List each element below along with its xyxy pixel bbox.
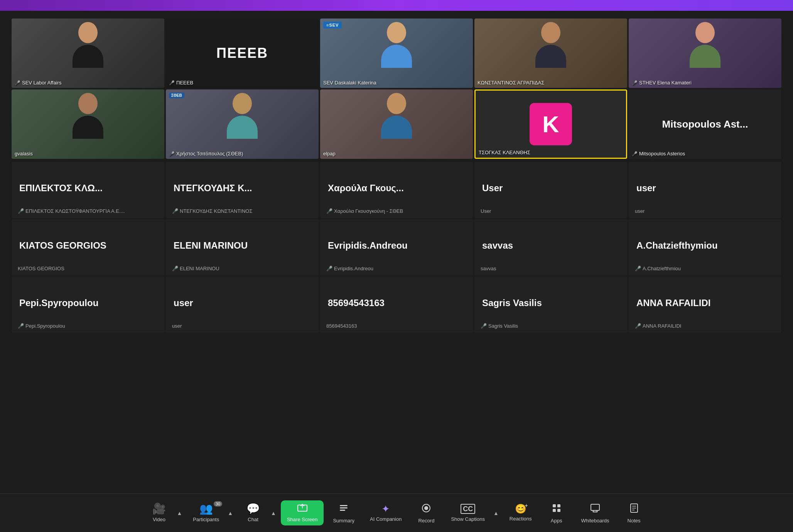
- share-screen-icon: [297, 503, 308, 514]
- apps-icon: [551, 503, 562, 515]
- savvas-sublabel: savvas: [481, 266, 496, 271]
- chat-label: Chat: [248, 517, 258, 522]
- tile-mitsopoulos[interactable]: Mitsopoulos Ast... 🎤 Mitsopoulos Asterio…: [629, 89, 781, 159]
- share-screen-button[interactable]: Share Screen: [281, 500, 324, 525]
- tile-phone[interactable]: 85694543163 85694543163: [320, 277, 473, 333]
- tile-peeev[interactable]: ΠΕΕΕΒ 🎤 ΠΕΕΕΒ: [166, 19, 319, 88]
- svg-rect-9: [557, 509, 560, 512]
- mic-icon: 🎤: [169, 151, 175, 157]
- tsogkas-avatar: K: [530, 103, 572, 145]
- xaroula-name: Χαρούλα Γκους...: [328, 183, 465, 194]
- epilektos-name: ΕΠΙΛΕΚΤΟΣ ΚΛΩ...: [19, 183, 157, 194]
- whiteboards-label: Whiteboards: [581, 518, 609, 524]
- captions-chevron[interactable]: ▲: [492, 508, 500, 518]
- mic-icon: 🎤: [18, 323, 24, 329]
- participants-group: 30 👥 Participants ▲: [187, 500, 235, 525]
- mitsopoulos-name: Mitsopoulos Ast...: [662, 118, 748, 130]
- text-tiles-grid: ΕΠΙΛΕΚΤΟΣ ΚΛΩ... 🎤 ΕΠΙΛΕΚΤΟΣ ΚΛΩΣΤΟΫΦΑΝΤ…: [12, 162, 781, 333]
- tile-label-tsogkas: ΤΣΟΓΚΑΣ ΚΛΕΑΝΘΗΣ: [479, 150, 530, 155]
- tile-xristos[interactable]: ΣΘΕΒ 🎤 Χρήστος Τσιτόπουλος (ΣΘΕΒ): [166, 89, 319, 159]
- ai-companion-icon: ✦: [381, 504, 390, 514]
- main-area: 🎤 SEV Labor Affairs ΠΕΕΕΒ 🎤 ΠΕΕΕΒ ≡SEV S: [0, 11, 793, 493]
- tile-eleni[interactable]: ELENI MARINOU 🎤 ELENI MARINOU: [166, 219, 319, 275]
- whiteboards-button[interactable]: Whiteboards: [575, 500, 616, 527]
- kiatos-name: KIATOS GEORGIOS: [19, 240, 157, 251]
- pepi-sublabel: 🎤 Pepi.Spyropoulou: [18, 323, 65, 329]
- tile-user3[interactable]: user user: [166, 277, 319, 333]
- peeev-text: ΠΕΕΕΒ: [216, 45, 268, 61]
- tile-chatziefthymiou[interactable]: A.Chatziefthymiou 🎤 A.Chatziefthmiou: [629, 219, 781, 275]
- eleni-name: ELENI MARINOU: [174, 240, 311, 251]
- tile-sev-labor[interactable]: 🎤 SEV Labor Affairs: [12, 19, 164, 88]
- tile-label-mitsopoulos: 🎤 Mitsopoulos Asterios: [632, 151, 685, 157]
- epilektos-sublabel: 🎤 ΕΠΙΛΕΚΤΟΣ ΚΛΩΣΤΟΫΦΑΝΤΟΥΡΓΙΑ Α.Ε....: [18, 208, 125, 214]
- tile-savvas[interactable]: savvas savvas: [474, 219, 627, 275]
- chat-chevron[interactable]: ▲: [269, 508, 278, 518]
- video-chevron[interactable]: ▲: [175, 508, 184, 518]
- user3-name: user: [174, 298, 311, 309]
- tile-ntegkoudis[interactable]: ΝΤΕΓΚΟΥΔΗΣ Κ... 🎤 ΝΤΕΓΚΟΥΔΗΣ ΚΩΝΣΤΑΝΤΙΝΟ…: [166, 162, 319, 218]
- chatziefthymiou-sublabel: 🎤 A.Chatziefthmiou: [635, 266, 681, 271]
- video-button[interactable]: 🎥 Video: [143, 500, 174, 525]
- record-button[interactable]: Record: [411, 500, 442, 527]
- tile-gvalasis[interactable]: gvalasis: [12, 89, 164, 159]
- mic-icon: 🎤: [481, 323, 487, 329]
- tile-sev-daskalaki[interactable]: ≡SEV SEV Daskalaki Katerina: [320, 19, 473, 88]
- tile-epilektos[interactable]: ΕΠΙΛΕΚΤΟΣ ΚΛΩ... 🎤 ΕΠΙΛΕΚΤΟΣ ΚΛΩΣΤΟΫΦΑΝΤ…: [12, 162, 164, 218]
- apps-button[interactable]: Apps: [541, 500, 572, 527]
- summary-icon: [338, 503, 349, 515]
- tile-user2[interactable]: user user: [629, 162, 781, 218]
- notes-button[interactable]: Notes: [619, 500, 650, 527]
- mic-icon: 🎤: [632, 151, 638, 157]
- eleni-sublabel: 🎤 ELENI MARINOU: [172, 266, 219, 271]
- ntegkoudis-sublabel: 🎤 ΝΤΕΓΚΟΥΔΗΣ ΚΩΝΣΤΑΝΤΙΝΟΣ: [172, 208, 253, 214]
- tile-anna[interactable]: ANNA RAFAILIDI 🎤 ANNA RAFAILIDI: [629, 277, 781, 333]
- tile-label-peeev: 🎤 ΠΕΕΕΒ: [169, 80, 193, 86]
- svg-rect-6: [553, 504, 556, 507]
- phone-sublabel: 85694543163: [326, 323, 357, 329]
- show-captions-button[interactable]: CC Show Captions: [445, 501, 491, 525]
- chat-button[interactable]: 💬 Chat: [238, 500, 268, 525]
- tile-sthev-elena[interactable]: 🎤 STHEV Elena Kamateri: [629, 19, 781, 88]
- tile-sagris[interactable]: Sagris Vasilis 🎤 Sagris Vasilis: [474, 277, 627, 333]
- evripidis-name: Evripidis.Andreou: [328, 240, 465, 251]
- savvas-name: savvas: [482, 240, 619, 251]
- participants-icon: 👥: [199, 503, 213, 514]
- mic-icon: 🎤: [18, 208, 24, 214]
- sagris-name: Sagris Vasilis: [482, 298, 619, 309]
- tile-xaroula[interactable]: Χαρούλα Γκους... 🎤 Χαρούλα Γκουσγκούνη -…: [320, 162, 473, 218]
- toolbar: 🎥 Video ▲ 30 👥 Participants ▲ 💬 Chat ▲ S…: [0, 493, 793, 532]
- tile-tsogkas[interactable]: K ΤΣΟΓΚΑΣ ΚΛΕΑΝΘΗΣ: [474, 89, 627, 159]
- svg-rect-10: [591, 504, 599, 510]
- mic-icon: 🎤: [172, 208, 178, 214]
- reactions-icon: 😊+: [515, 504, 526, 513]
- mic-icon: 🎤: [326, 266, 332, 271]
- video-label: Video: [153, 517, 165, 522]
- tile-label-konstantinos: ΚΩΝΣΤΑΝΤΙΝΟΣ ΑΓΡΑΠΙΔΑΣ: [477, 80, 544, 86]
- tile-kiatos[interactable]: KIATOS GEORGIOS KIATOS GEORGIOS: [12, 219, 164, 275]
- tile-konstantinos[interactable]: ΚΩΝΣΤΑΝΤΙΝΟΣ ΑΓΡΑΠΙΔΑΣ: [474, 19, 627, 88]
- svg-rect-3: [340, 510, 345, 511]
- captions-label: Show Captions: [451, 516, 484, 522]
- summary-button[interactable]: Summary: [327, 500, 361, 527]
- svg-rect-1: [340, 505, 348, 506]
- record-icon: [421, 503, 432, 515]
- reactions-button[interactable]: 😊+ Reactions: [503, 501, 538, 525]
- mic-icon: 🎤: [635, 266, 641, 271]
- record-label: Record: [418, 518, 434, 524]
- tile-label-gvalasis: gvalasis: [15, 151, 33, 157]
- participants-button[interactable]: 30 👥 Participants: [187, 500, 225, 525]
- video-icon: 🎥: [152, 503, 166, 514]
- svg-rect-7: [557, 504, 560, 507]
- tile-pepi[interactable]: Pepi.Spyropoulou 🎤 Pepi.Spyropoulou: [12, 277, 164, 333]
- participants-chevron[interactable]: ▲: [226, 508, 235, 518]
- mic-icon: 🎤: [635, 323, 641, 329]
- tile-evripidis[interactable]: Evripidis.Andreou 🎤 Evripidis.Andreou: [320, 219, 473, 275]
- tile-user1[interactable]: User User: [474, 162, 627, 218]
- tile-label-sev-labor: 🎤 SEV Labor Affairs: [15, 80, 61, 86]
- anna-name: ANNA RAFAILIDI: [636, 298, 774, 309]
- tile-elpap[interactable]: elpap: [320, 89, 473, 159]
- ai-companion-button[interactable]: ✦ AI Companion: [364, 501, 408, 525]
- chat-group: 💬 Chat ▲: [238, 500, 278, 525]
- notes-label: Notes: [628, 518, 641, 524]
